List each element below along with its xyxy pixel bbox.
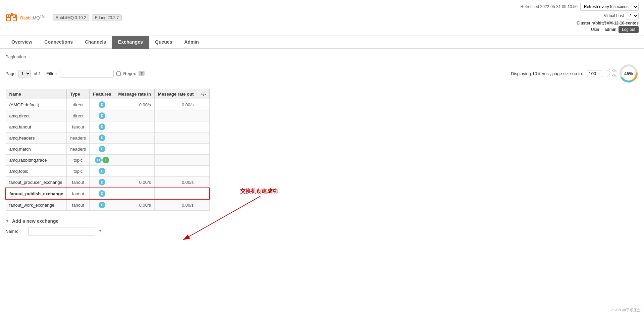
feature-badge: D: [99, 112, 105, 119]
top-right: Refreshed 2022-05-31 09:10:50 Refresh ev…: [521, 3, 639, 33]
required-star: *: [99, 229, 101, 234]
exchange-name: amq.headers: [9, 136, 35, 141]
table-row[interactable]: amq.topictopicD: [6, 166, 209, 177]
feature-badge: D: [99, 146, 105, 152]
svg-rect-1: [7, 15, 8, 17]
down-rate: ↓ 1 K/s: [606, 73, 616, 78]
svg-rect-7: [13, 18, 16, 20]
message-rate-in: [115, 110, 155, 121]
exchange-type: topic: [67, 155, 90, 166]
table-row[interactable]: fanout_publish_exchangefanoutD: [6, 188, 209, 199]
regex-checkbox[interactable]: [116, 71, 121, 76]
plus-minus-col: [197, 110, 210, 121]
page-size-input[interactable]: [587, 70, 602, 77]
logo-rabbit: Rabbit: [20, 16, 33, 21]
exchange-features: D: [90, 166, 115, 177]
message-rate-out: [155, 121, 197, 133]
rabbitmq-version-badge: RabbitMQ 3.10.2: [53, 14, 89, 21]
nav-queues[interactable]: Queues: [149, 36, 178, 49]
vhost-row: Virtual host /: [521, 12, 639, 19]
add-exchange-section: ▼ Add a new exchange Name: *: [5, 218, 301, 235]
message-rate-out: 0.00/s: [155, 99, 197, 110]
refresh-interval-select[interactable]: Refresh every 5 seconds No refresh Refre…: [580, 3, 639, 11]
logo-area: RabbitMQTM RabbitMQ 3.10.2 Erlang 23.2.7: [5, 12, 122, 24]
table-row[interactable]: amq.directdirectD: [6, 110, 209, 121]
col-rate-in: Message rate in: [115, 89, 155, 99]
message-rate-out: [155, 133, 197, 144]
table-row[interactable]: amq.headersheadersD: [6, 133, 209, 144]
add-exchange-header[interactable]: ▼ Add a new exchange: [5, 218, 301, 224]
exchange-name-input[interactable]: [28, 227, 95, 235]
erlang-version-badge: Erlang 23.2.7: [92, 14, 122, 21]
col-rate-out: Message rate out: [155, 89, 197, 99]
refresh-row: Refreshed 2022-05-31 09:10:50 Refresh ev…: [521, 3, 639, 11]
feature-badge: D: [99, 190, 105, 197]
exchange-type: headers: [67, 144, 90, 155]
of-label: of 1: [34, 71, 41, 76]
username: admin: [605, 27, 616, 32]
col-features: Features: [90, 89, 115, 99]
table-header: Name Type Features Message rate in Messa…: [6, 89, 209, 99]
cluster-value: rabbit@VM-12-10-centos: [592, 21, 639, 25]
exchange-features: D: [90, 110, 115, 121]
top-header: RabbitMQTM RabbitMQ 3.10.2 Erlang 23.2.7…: [0, 0, 644, 36]
plus-minus-col: [197, 188, 210, 199]
exchange-name: amq.rabbitmq.trace: [9, 158, 47, 163]
vhost-select[interactable]: /: [626, 12, 639, 19]
message-rate-in: 0.00/s: [115, 99, 155, 110]
col-plusminus: +/-: [197, 89, 210, 99]
nav-overview[interactable]: Overview: [5, 36, 38, 49]
rabbitmq-logo-icon: [5, 12, 17, 24]
feature-badge: D: [95, 157, 102, 163]
feature-badge: D: [99, 179, 105, 186]
table-row[interactable]: (AMQP default)directD0.00/s0.00/s: [6, 99, 209, 110]
plus-minus-col: [197, 166, 210, 177]
exchange-type: headers: [67, 133, 90, 144]
message-rate-in: 0.00/s: [115, 177, 155, 188]
exchanges-table: Name Type Features Message rate in Messa…: [5, 89, 210, 211]
up-rate: ↑ 1 K/s: [606, 68, 616, 73]
refresh-time: Refreshed 2022-05-31 09:10:50: [521, 4, 578, 9]
table-row[interactable]: fanout_producer_exchangefanoutD0.00/s0.0…: [6, 177, 209, 188]
logo-tm: TM: [40, 15, 45, 18]
logo-text: RabbitMQTM: [20, 15, 45, 20]
table-row[interactable]: amq.fanoutfanoutD: [6, 121, 209, 133]
exchange-features: D: [90, 99, 115, 110]
cluster-row: Cluster rabbit@VM-12-10-centos: [521, 21, 639, 25]
exchange-name: fanout_publish_exchange: [9, 191, 63, 196]
regex-label: Regex: [123, 71, 136, 76]
annotation-text: 交换机创建成功: [240, 188, 278, 195]
plus-minus-col: [197, 121, 210, 133]
table-row[interactable]: amq.matchheadersD: [6, 144, 209, 155]
table-row[interactable]: fanout_work_exchangefanoutD0.00/s0.00/s: [6, 199, 209, 211]
nav-channels[interactable]: Channels: [79, 36, 112, 49]
nav-exchanges[interactable]: Exchanges: [112, 36, 149, 49]
exchange-name: fanout_work_exchange: [9, 203, 54, 208]
filter-input[interactable]: [60, 70, 114, 77]
help-button[interactable]: ?: [139, 71, 145, 76]
exchange-features: D: [90, 188, 115, 199]
message-rate-out: [155, 144, 197, 155]
message-rate-out: [155, 155, 197, 166]
exchange-type: fanout: [67, 121, 90, 133]
section-title: Pagination: [5, 54, 639, 59]
logo-mq: MQ: [33, 16, 40, 21]
message-rate-out: [155, 188, 197, 199]
logout-button[interactable]: Log out: [619, 26, 639, 33]
version-badges: RabbitMQ 3.10.2 Erlang 23.2.7: [53, 14, 122, 21]
filter-label: - Filter:: [44, 71, 57, 76]
exchange-features: DI: [90, 155, 115, 166]
message-rate-in: 0.00/s: [115, 199, 155, 211]
exchange-type: direct: [67, 99, 90, 110]
feature-badge: D: [99, 168, 105, 174]
message-rate-out: [155, 110, 197, 121]
page-select[interactable]: 1: [18, 70, 31, 77]
feature-badge: D: [99, 123, 105, 130]
exchange-features: D: [90, 144, 115, 155]
nav-connections[interactable]: Connections: [38, 36, 79, 49]
svg-rect-6: [13, 15, 15, 17]
message-rate-in: [115, 188, 155, 199]
nav-admin[interactable]: Admin: [178, 36, 205, 49]
add-exchange-form-row: Name: *: [5, 227, 301, 235]
table-row[interactable]: amq.rabbitmq.tracetopicDI: [6, 155, 209, 166]
